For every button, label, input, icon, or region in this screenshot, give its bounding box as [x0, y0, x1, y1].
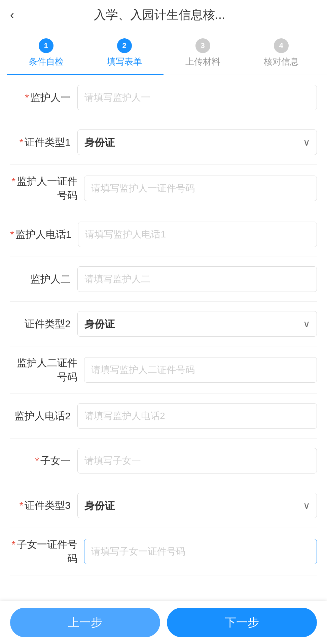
cert-type3-label: *证件类型3: [10, 498, 71, 513]
guardian1-row: *监护人一: [10, 75, 317, 120]
guardian1-cert-input[interactable]: [84, 176, 317, 201]
back-button[interactable]: ‹: [10, 9, 14, 21]
guardian1-input[interactable]: [77, 85, 317, 110]
guardian2-phone-row: 监护人电话2: [10, 394, 317, 439]
child1-cert-row: *子女一证件号码: [10, 528, 317, 575]
page-title: 入学、入园计生信息核...: [21, 7, 298, 23]
prev-button[interactable]: 上一步: [10, 608, 160, 637]
cert-type2-row: 证件类型2 身份证 护照 港澳通行证 台湾通行证 ∨: [10, 302, 317, 346]
step-1-circle: 1: [39, 38, 53, 53]
required-star-2: *: [20, 137, 24, 148]
guardian1-phone-label: *监护人电话1: [10, 227, 71, 241]
child1-cert-input[interactable]: [84, 539, 317, 564]
cert-type2-label: 证件类型2: [10, 317, 71, 331]
cert-type1-select-wrapper: 身份证 护照 港澳通行证 台湾通行证 ∨: [77, 129, 317, 155]
child1-cert-label: *子女一证件号码: [10, 537, 77, 566]
step-4[interactable]: 4 核对信息: [242, 38, 320, 75]
guardian2-label: 监护人二: [10, 272, 71, 286]
cert-type1-select[interactable]: 身份证 护照 港澳通行证 台湾通行证: [77, 129, 317, 155]
guardian1-cert-label: *监护人一证件号码: [10, 174, 77, 202]
child1-input[interactable]: [77, 448, 317, 473]
step-4-circle: 4: [274, 38, 289, 53]
steps-container: 1 条件自检 2 填写表单 3 上传材料 4 核对信息: [0, 30, 327, 75]
step-2[interactable]: 2 填写表单: [85, 38, 164, 75]
header: ‹ 入学、入园计生信息核...: [0, 0, 327, 30]
cert-type1-row: *证件类型1 身份证 护照 港澳通行证 台湾通行证 ∨: [10, 120, 317, 165]
child1-row: *子女一: [10, 439, 317, 483]
guardian1-cert-row: *监护人一证件号码: [10, 165, 317, 212]
required-star-7: *: [11, 539, 15, 550]
cert-type3-select[interactable]: 身份证 护照 港澳通行证 台湾通行证: [77, 493, 317, 518]
required-star-3: *: [11, 176, 15, 187]
guardian2-phone-label: 监护人电话2: [10, 409, 71, 423]
form-container: *监护人一 *证件类型1 身份证 护照 港澳通行证 台湾通行证 ∨ *监护: [0, 75, 327, 644]
app-container: ‹ 入学、入园计生信息核... 1 条件自检 2 填写表单 3 上传材料 4: [0, 0, 327, 644]
cert-type2-select-wrapper: 身份证 护照 港澳通行证 台湾通行证 ∨: [77, 311, 317, 337]
required-star-5: *: [35, 455, 39, 466]
guardian2-input[interactable]: [77, 266, 317, 292]
guardian2-phone-input[interactable]: [77, 403, 317, 429]
step-2-circle: 2: [117, 38, 132, 53]
guardian1-label: *监护人一: [10, 90, 71, 105]
guardian1-phone-row: *监护人电话1: [10, 212, 317, 257]
cert-type2-select[interactable]: 身份证 护照 港澳通行证 台湾通行证: [77, 311, 317, 337]
step-3-label: 上传材料: [185, 56, 220, 68]
guardian1-phone-input[interactable]: [78, 222, 317, 247]
cert-type3-row: *证件类型3 身份证 护照 港澳通行证 台湾通行证 ∨: [10, 483, 317, 528]
required-star-6: *: [20, 500, 24, 511]
bottom-buttons: 上一步 下一步: [0, 601, 327, 644]
step-1[interactable]: 1 条件自检: [7, 38, 85, 75]
step-4-label: 核对信息: [264, 56, 299, 68]
required-star-4: *: [10, 229, 14, 240]
cert-type3-select-wrapper: 身份证 护照 港澳通行证 台湾通行证 ∨: [77, 493, 317, 518]
child1-label: *子女一: [10, 454, 71, 468]
step-2-label: 填写表单: [107, 56, 142, 68]
guardian2-cert-row: 监护人二证件号码: [10, 346, 317, 394]
cert-type1-label: *证件类型1: [10, 135, 71, 149]
step-3[interactable]: 3 上传材料: [164, 38, 242, 75]
guardian2-cert-input[interactable]: [84, 357, 317, 383]
guardian2-row: 监护人二: [10, 257, 317, 302]
next-button[interactable]: 下一步: [167, 608, 317, 637]
guardian2-cert-label: 监护人二证件号码: [10, 356, 77, 384]
step-1-label: 条件自检: [29, 56, 64, 68]
step-3-circle: 3: [195, 38, 210, 53]
required-star: *: [25, 92, 29, 103]
